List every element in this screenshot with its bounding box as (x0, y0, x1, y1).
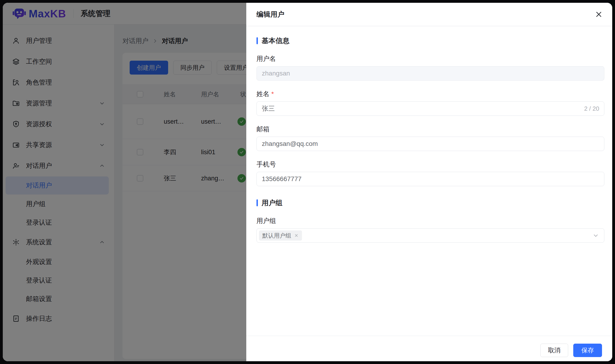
user-group-select[interactable]: 默认用户组 (256, 228, 604, 243)
name-label: 姓名 (256, 90, 269, 98)
username-label: 用户名 (256, 54, 276, 63)
edit-user-drawer: 编辑用户 基本信息 用户名 姓名 * (246, 3, 612, 361)
field-email: 邮箱 (256, 125, 604, 151)
cancel-button[interactable]: 取消 (540, 344, 568, 357)
field-phone: 手机号 (256, 160, 604, 186)
phone-input[interactable] (256, 172, 604, 186)
phone-label: 手机号 (256, 160, 276, 169)
drawer-body: 基本信息 用户名 姓名 * 2 / 20 邮箱 (246, 26, 612, 336)
close-icon[interactable] (595, 10, 603, 19)
user-group-tag: 默认用户组 (259, 230, 302, 241)
chevron-down-icon (592, 232, 599, 239)
field-name: 姓名 * 2 / 20 (256, 90, 604, 116)
drawer-header: 编辑用户 (246, 3, 612, 26)
drawer-footer: 取消 保存 (246, 336, 612, 361)
section-user-group: 用户组 (256, 199, 604, 207)
email-label: 邮箱 (256, 125, 269, 134)
required-asterisk: * (271, 90, 274, 98)
tag-remove-icon[interactable] (294, 233, 299, 238)
app-window: MaxKB 系统管理 用户管理 工作空间 角色管理 资源管理 资源授权 共 (3, 3, 612, 361)
section-accent-bar (256, 37, 258, 44)
field-username: 用户名 (256, 55, 604, 81)
user-group-label: 用户组 (256, 217, 276, 225)
field-user-group: 用户组 默认用户组 (256, 217, 604, 243)
section-basic-info: 基本信息 (256, 37, 604, 45)
char-counter: 2 / 20 (584, 105, 599, 112)
username-input (256, 66, 604, 81)
section-accent-bar (256, 199, 258, 206)
save-button[interactable]: 保存 (573, 344, 602, 357)
email-input[interactable] (256, 137, 604, 151)
drawer-title: 编辑用户 (256, 10, 284, 19)
name-input[interactable] (256, 101, 604, 116)
